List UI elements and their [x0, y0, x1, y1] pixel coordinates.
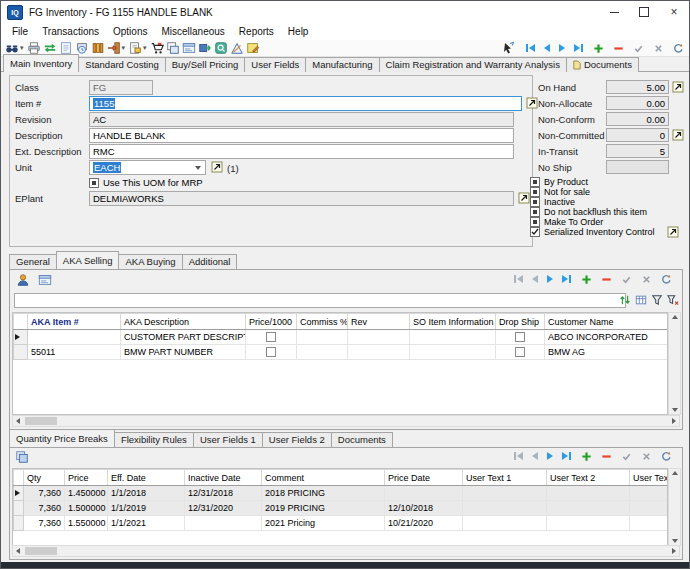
- nav-last-button[interactable]: [562, 450, 572, 462]
- chevron-down-icon[interactable]: [191, 162, 204, 173]
- ext-description-field[interactable]: RMC: [89, 144, 514, 159]
- cell-inactive-date[interactable]: 12/31/2020: [185, 501, 262, 516]
- cell-comment[interactable]: 2021 Pricing: [262, 516, 385, 531]
- cell-price[interactable]: 1.550000: [65, 516, 108, 531]
- exit-dropdown-caret[interactable]: ▾: [122, 44, 126, 52]
- customer-icon[interactable]: [16, 273, 30, 289]
- cell-comment[interactable]: 2019 PRICING: [262, 501, 385, 516]
- tab-manufacturing[interactable]: Manufacturing: [305, 57, 379, 72]
- cell-aka-description[interactable]: CUSTOMER PART DESCRIPTION: [121, 330, 246, 345]
- tab-buy-sell-pricing[interactable]: Buy/Sell Pricing: [165, 57, 246, 72]
- cell-rev[interactable]: [348, 330, 410, 345]
- scrollbar-thumb[interactable]: [25, 547, 57, 555]
- cart-icon[interactable]: [149, 41, 165, 56]
- menu-help[interactable]: Help: [281, 26, 316, 37]
- aka-horizontal-scrollbar[interactable]: [12, 415, 680, 427]
- maximize-button[interactable]: [629, 1, 659, 23]
- cell-qty[interactable]: 7,360: [24, 516, 65, 531]
- serialized-lookup-icon[interactable]: [667, 226, 679, 238]
- cell-drop-ship[interactable]: [496, 345, 545, 360]
- tab-user-fields-1[interactable]: User Fields 1: [193, 432, 263, 447]
- col-user-text-2[interactable]: User Text 2: [547, 470, 630, 486]
- cell-price-date[interactable]: 12/10/2018: [385, 501, 463, 516]
- inactive-checkbox[interactable]: [530, 197, 540, 207]
- scroll-left-icon[interactable]: [16, 416, 20, 426]
- menu-options[interactable]: Options: [106, 26, 154, 37]
- lookup-dropdown-caret[interactable]: ▾: [143, 44, 147, 52]
- tab-flexibility-rules[interactable]: Flexibility Rules: [114, 432, 194, 447]
- tab-documents-bottom[interactable]: Documents: [331, 432, 393, 447]
- menu-transactions[interactable]: Transactions: [35, 26, 106, 37]
- col-price-1000[interactable]: Price/1000: [246, 314, 297, 330]
- filter-icon[interactable]: [651, 294, 663, 308]
- run-cursor-icon[interactable]: [500, 41, 516, 56]
- nav-insert-button[interactable]: [581, 450, 592, 462]
- sign-icon[interactable]: [229, 41, 245, 56]
- price-row-3[interactable]: 7,360 1.550000 1/1/2021 2021 Pricing 10/…: [14, 516, 668, 531]
- cell-user-text-1[interactable]: [463, 486, 547, 501]
- col-qty[interactable]: Qty: [24, 470, 65, 486]
- form-card-icon[interactable]: [38, 273, 52, 289]
- nav-last-button[interactable]: [574, 42, 584, 54]
- scroll-right-icon[interactable]: [672, 416, 676, 426]
- copy-grid-icon[interactable]: [15, 450, 29, 466]
- item-lookup-icon[interactable]: [526, 97, 538, 109]
- nav-next-button[interactable]: [547, 273, 553, 285]
- nav-next-button[interactable]: [559, 42, 565, 54]
- minimize-button[interactable]: [599, 1, 629, 23]
- view-icon[interactable]: [213, 41, 229, 56]
- nav-prior-button[interactable]: [532, 450, 538, 462]
- make-to-order-row[interactable]: Make To Order: [530, 217, 603, 227]
- notes-icon[interactable]: [245, 41, 261, 56]
- tab-aka-selling[interactable]: AKA Selling: [56, 251, 120, 269]
- non-committed-lookup-icon[interactable]: [672, 129, 684, 141]
- nav-refresh-button[interactable]: [661, 273, 672, 285]
- scrollbar-thumb[interactable]: [25, 417, 57, 425]
- cell-inactive-date[interactable]: [185, 516, 262, 531]
- price-vertical-scrollbar[interactable]: [668, 468, 681, 546]
- col-so-item-info[interactable]: SO Item Information: [410, 314, 496, 330]
- copy-window-icon[interactable]: [165, 41, 181, 56]
- description-field[interactable]: HANDLE BLANK: [89, 128, 514, 143]
- grid-view-icon[interactable]: [635, 294, 647, 308]
- cell-customer-name[interactable]: ABCO INCORPORATED: [545, 330, 668, 345]
- nav-last-button[interactable]: [562, 273, 572, 285]
- menu-reports[interactable]: Reports: [232, 26, 281, 37]
- nav-delete-button[interactable]: [613, 42, 624, 54]
- cell-user-text-2[interactable]: [547, 516, 630, 531]
- cell-user-text-1[interactable]: [463, 516, 547, 531]
- price-1000-checkbox[interactable]: [266, 347, 276, 357]
- cell-aka-item[interactable]: 55011: [28, 345, 121, 360]
- nav-prior-button[interactable]: [532, 273, 538, 285]
- cell-comment[interactable]: 2018 PRICING: [262, 486, 385, 501]
- nav-first-button[interactable]: [513, 273, 523, 285]
- cell-qty[interactable]: 7,360: [24, 486, 65, 501]
- not-for-sale-row[interactable]: Not for sale: [530, 187, 590, 197]
- form-icon[interactable]: [181, 41, 197, 56]
- no-backflush-row[interactable]: Do not backflush this item: [530, 207, 647, 217]
- tab-main-inventory[interactable]: Main Inventory: [3, 54, 79, 72]
- cell-user-text-3[interactable]: [630, 501, 668, 516]
- cell-price-date[interactable]: [385, 486, 463, 501]
- lookup-documents-icon[interactable]: [127, 41, 143, 56]
- menu-file[interactable]: File: [5, 26, 35, 37]
- cell-aka-item[interactable]: 11055: [28, 330, 121, 345]
- nav-delete-button[interactable]: [601, 273, 612, 285]
- uom-mrp-checkbox[interactable]: [89, 178, 99, 188]
- nav-first-button[interactable]: [525, 42, 535, 54]
- nav-first-button[interactable]: [513, 450, 523, 462]
- sort-icon[interactable]: [619, 294, 631, 308]
- tab-quantity-price-breaks[interactable]: Quantity Price Breaks: [9, 429, 115, 447]
- col-aka-item[interactable]: AKA Item #: [28, 314, 121, 330]
- cell-user-text-2[interactable]: [547, 486, 630, 501]
- col-user-text-3[interactable]: User Text 3: [630, 470, 668, 486]
- uom-mrp-checkbox-row[interactable]: Use This UOM for MRP: [89, 177, 203, 188]
- cell-commiss[interactable]: [297, 345, 348, 360]
- nav-refresh-button[interactable]: [661, 450, 672, 462]
- cell-user-text-3[interactable]: [630, 516, 668, 531]
- price-row-2[interactable]: 7,360 1.500000 1/1/2019 12/31/2020 2019 …: [14, 501, 668, 516]
- scroll-down-icon[interactable]: [669, 408, 680, 412]
- nav-post-button[interactable]: [621, 450, 632, 462]
- cell-price-1000[interactable]: [246, 330, 297, 345]
- nav-post-button[interactable]: [621, 273, 632, 285]
